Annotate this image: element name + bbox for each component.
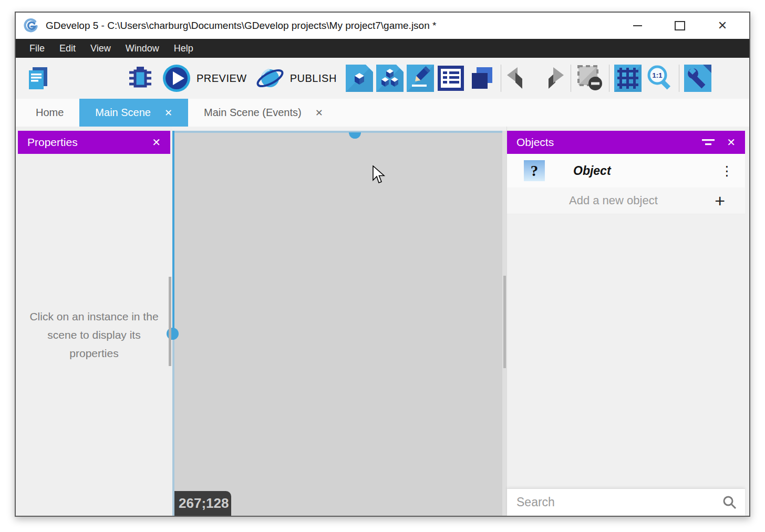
undo-icon <box>506 67 533 90</box>
layers-editor-button[interactable] <box>467 64 495 93</box>
deselect-icon <box>576 65 603 92</box>
close-icon: ✕ <box>718 20 727 32</box>
menu-file[interactable]: File <box>22 39 52 58</box>
objects-editor-button[interactable] <box>345 64 374 93</box>
project-manager-icon <box>25 65 52 92</box>
properties-panel-header: Properties ✕ <box>18 131 170 154</box>
toolbar-separator <box>609 65 609 92</box>
objects-search-input[interactable] <box>515 495 722 510</box>
object-list-item[interactable]: ? Object ⋮ <box>507 154 745 188</box>
debug-bug-icon <box>127 65 154 92</box>
tab-close-icon[interactable]: ✕ <box>315 108 323 118</box>
tab-close-icon[interactable]: ✕ <box>164 108 172 118</box>
menu-view[interactable]: View <box>83 39 118 58</box>
preview-button[interactable]: PREVIEW <box>162 64 247 93</box>
close-window-button[interactable]: ✕ <box>710 15 735 36</box>
toolbar-separator <box>501 65 501 92</box>
editor-tab-bar: Home Main Scene ✕ Main Scene (Events) ✕ <box>16 99 749 127</box>
canvas-left-scrollbar[interactable] <box>169 277 171 366</box>
scene-properties-button[interactable] <box>684 64 712 93</box>
toolbar: PREVIEW PUBLISH <box>16 58 749 99</box>
search-icon <box>722 495 737 509</box>
redo-icon <box>537 67 565 90</box>
add-object-row[interactable]: Add a new object + <box>507 187 745 214</box>
object-name: Object <box>573 164 611 178</box>
tab-main-scene-events[interactable]: Main Scene (Events) ✕ <box>188 99 339 127</box>
maximize-icon <box>675 21 685 30</box>
svg-text:1:1: 1:1 <box>652 71 662 79</box>
cubes-group-icon <box>376 65 404 92</box>
publish-button[interactable]: PUBLISH <box>255 64 337 93</box>
minimize-icon <box>633 25 642 26</box>
object-menu-button[interactable]: ⋮ <box>720 164 733 178</box>
tab-home[interactable]: Home <box>20 99 79 127</box>
list-icon <box>437 65 464 92</box>
toolbar-separator <box>679 65 679 92</box>
canvas-right-scrollbar[interactable] <box>503 276 506 368</box>
menu-window[interactable]: Window <box>118 39 167 58</box>
game-window-top-border <box>172 131 502 133</box>
menu-help[interactable]: Help <box>167 39 201 58</box>
add-object-label: Add a new object <box>569 194 658 207</box>
pencil-icon <box>407 65 434 92</box>
scene-editor-content: Properties ✕ Click on an instance in the… <box>16 127 749 516</box>
redo-button[interactable] <box>537 64 565 93</box>
properties-panel-title: Properties <box>27 136 78 149</box>
cube-icon <box>346 65 373 92</box>
game-window-left-border <box>172 131 174 335</box>
properties-empty-message: Click on an instance in the scene to dis… <box>16 154 172 516</box>
clear-selection-button[interactable] <box>575 64 604 93</box>
tab-label: Main Scene <box>95 107 151 119</box>
layers-icon <box>468 65 495 92</box>
objects-panel-header: Objects ✕ <box>507 131 745 154</box>
minimize-button[interactable] <box>625 15 649 36</box>
window-title: GDevelop 5 - C:\Users\charburg\Documents… <box>46 20 625 32</box>
menu-bar: File Edit View Window Help <box>16 39 749 58</box>
project-manager-button[interactable] <box>24 64 53 93</box>
game-window-resize-handle-top[interactable] <box>349 132 361 139</box>
title-bar: GDevelop 5 - C:\Users\charburg\Documents… <box>16 13 749 39</box>
undo-button[interactable] <box>505 64 534 93</box>
globe-icon <box>255 64 285 93</box>
mouse-cursor-icon <box>372 165 387 185</box>
close-objects-button[interactable]: ✕ <box>727 137 736 148</box>
toolbar-separator <box>571 65 571 92</box>
properties-editor-button[interactable] <box>406 64 435 93</box>
objects-search-bar <box>507 488 745 516</box>
wrench-icon <box>684 65 711 92</box>
filter-objects-button[interactable] <box>701 139 715 147</box>
tab-main-scene[interactable]: Main Scene ✕ <box>79 99 188 127</box>
tab-label: Home <box>36 107 64 119</box>
publish-label: PUBLISH <box>290 72 337 85</box>
scene-canvas[interactable]: 267;128 <box>172 131 502 516</box>
app-window: GDevelop 5 - C:\Users\charburg\Documents… <box>15 12 750 517</box>
add-object-button[interactable]: + <box>715 192 725 210</box>
instances-list-button[interactable] <box>437 64 465 93</box>
window-controls: ✕ <box>625 15 735 36</box>
object-groups-editor-button[interactable] <box>376 64 404 93</box>
play-icon <box>162 64 191 93</box>
tab-label: Main Scene (Events) <box>204 107 302 119</box>
toggle-grid-button[interactable] <box>614 64 642 93</box>
object-question-icon: ? <box>524 160 545 181</box>
cursor-coordinates-badge: 267;128 <box>172 491 231 516</box>
close-properties-button[interactable]: ✕ <box>152 137 161 148</box>
grid-icon <box>614 65 642 92</box>
preview-label: PREVIEW <box>197 72 247 85</box>
zoom-1-1-icon: 1:1 <box>646 65 673 92</box>
menu-edit[interactable]: Edit <box>52 39 83 58</box>
gdevelop-logo-icon <box>23 18 39 34</box>
zoom-original-button[interactable]: 1:1 <box>645 64 674 93</box>
debugger-button[interactable] <box>126 64 154 93</box>
game-window-left-border-lower <box>172 335 174 516</box>
properties-panel: Properties ✕ Click on an instance in the… <box>16 127 172 516</box>
cursor-coordinates: 267;128 <box>179 495 229 512</box>
objects-panel-title: Objects <box>516 136 554 149</box>
maximize-button[interactable] <box>668 15 692 36</box>
filter-icon <box>701 139 715 147</box>
objects-panel: Objects ✕ ? Object ⋮ Add a new object + <box>506 127 745 516</box>
